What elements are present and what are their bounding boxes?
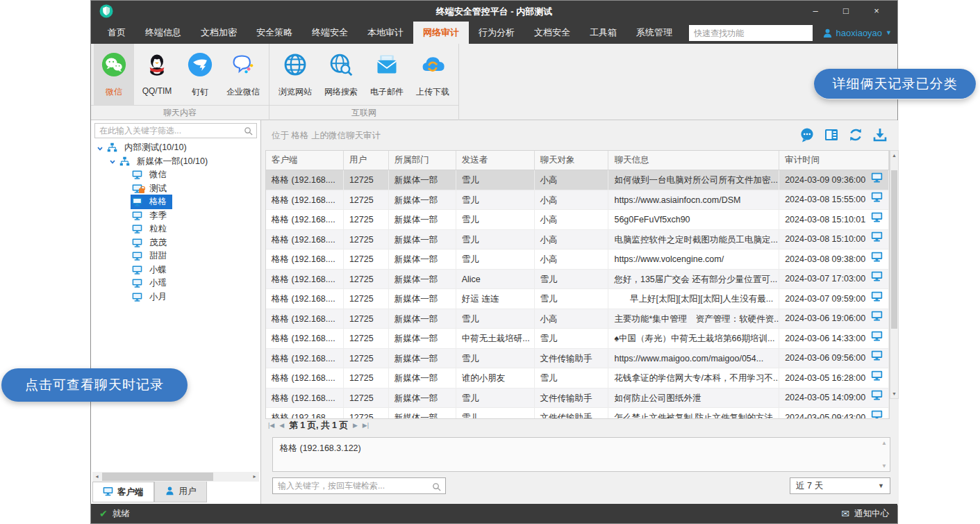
tree-node-内部测试(10/10)[interactable]: 内部测试(10/10) [91, 141, 260, 155]
maximize-button[interactable]: □ [831, 1, 861, 22]
view-screen-monitor-icon[interactable] [871, 289, 883, 309]
first-page-icon[interactable]: |◀ [268, 422, 274, 429]
tree-horizontal-scrollbar[interactable]: ◂ ▸ [92, 472, 259, 482]
user-menu[interactable]: haoxiaoyao ▼ [822, 22, 892, 44]
refresh-icon[interactable] [848, 127, 863, 142]
column-header-7[interactable]: 审计时间 [779, 151, 889, 170]
tree-node-甜甜[interactable]: 甜甜 [91, 249, 260, 263]
nav-tab-10[interactable]: 工具箱 [580, 22, 626, 44]
scrollbar-thumb[interactable] [891, 170, 897, 329]
view-screen-monitor-icon[interactable] [871, 230, 883, 249]
tree-node-小瑶[interactable]: 小瑶 [91, 277, 260, 290]
nav-tab-4[interactable]: 安全策略 [247, 22, 302, 44]
scroll-up-icon[interactable]: ▲ [881, 440, 887, 446]
close-button[interactable]: × [861, 1, 892, 22]
chat-audit-icon[interactable] [799, 127, 815, 142]
nav-tab-7[interactable]: 网络审计 [413, 22, 469, 44]
cell: 雪儿 [456, 349, 535, 368]
next-page-icon[interactable]: ▶ [353, 422, 358, 429]
table-row[interactable]: 格格 (192.168....12725新媒体一部雪儿小高如何做到一台电脑对所公… [266, 170, 889, 190]
tool-email[interactable]: 电子邮件 [364, 44, 410, 105]
nav-tab-9[interactable]: 文档安全 [524, 22, 580, 44]
nav-tab-8[interactable]: 行为分析 [469, 22, 524, 44]
column-header-5[interactable]: 聊天对象 [535, 151, 609, 170]
cell: 2024-03-07 17:03:00 [779, 270, 889, 289]
minimize-button[interactable]: – [800, 1, 831, 22]
tree-node-微信[interactable]: 微信 [91, 168, 260, 182]
chevron-down-icon[interactable] [97, 145, 103, 152]
chevron-down-icon[interactable] [109, 158, 116, 165]
tree-node-小月[interactable]: 小月 [91, 290, 260, 304]
tool-web-search[interactable]: 网络搜索 [318, 44, 364, 105]
cell: 怎么禁止文件被复制 防止文件复制的方法 [608, 408, 779, 418]
tree-node-格格[interactable]: 格格 [91, 195, 260, 209]
view-screen-monitor-icon[interactable] [871, 170, 883, 190]
table-row[interactable]: 格格 (192.168....12725新媒体一部雪儿小高https://www… [266, 190, 889, 211]
scrollbar-thumb[interactable] [102, 473, 213, 481]
view-screen-monitor-icon[interactable] [871, 309, 883, 329]
nav-tab-1[interactable]: 首页 [98, 22, 135, 44]
table-row[interactable]: 格格 (192.168....12725新媒体一部雪儿文件传输助手https:/… [266, 349, 889, 369]
notification-center[interactable]: ✉ 通知中心 [841, 508, 889, 520]
view-screen-monitor-icon[interactable] [871, 249, 883, 269]
tool-dingtalk[interactable]: 钉钉 [180, 44, 220, 105]
table-row[interactable]: 格格 (192.168....12725新媒体一部雪儿小高https://www… [266, 249, 889, 270]
table-row[interactable]: 格格 (192.168....12725新媒体一部雪儿小高电脑监控软件之定时截图… [266, 230, 889, 250]
scroll-up-icon[interactable]: ▲ [890, 153, 898, 158]
scroll-right-icon[interactable]: ▸ [250, 472, 259, 482]
tool-cloud-transfer[interactable]: 上传下载 [410, 44, 456, 105]
view-screen-monitor-icon[interactable] [871, 190, 883, 210]
monitor-icon [132, 292, 142, 302]
tree-node-新媒体一部(10/10)[interactable]: 新媒体一部(10/10) [91, 155, 260, 169]
table-row[interactable]: 格格 (192.168....12725新媒体一部好运 连连雪儿早上好[太阳][… [266, 289, 889, 309]
nav-tab-5[interactable]: 终端安全 [302, 22, 358, 44]
table-row[interactable]: 格格 (192.168....12725新媒体一部谁的小朋友雪儿花钱拿证的学信网… [266, 368, 889, 388]
tool-browse-web[interactable]: 浏览网站 [272, 44, 318, 105]
table-row[interactable]: 格格 (192.168....12725新媒体一部雪儿小高56g0FeFuVf5… [266, 210, 889, 230]
wecom-icon [231, 52, 256, 80]
view-screen-monitor-icon[interactable] [871, 210, 883, 229]
column-header-3[interactable]: 所属部门 [389, 151, 456, 170]
view-screen-monitor-icon[interactable] [871, 408, 883, 418]
tool-wechat[interactable]: 微信 [94, 44, 134, 105]
tree-filter-input[interactable] [94, 123, 257, 138]
quick-search-input[interactable] [689, 25, 813, 41]
nav-tab-11[interactable]: 系统管理 [626, 22, 682, 44]
view-screen-monitor-icon[interactable] [871, 388, 883, 408]
nav-tab-3[interactable]: 文档加密 [191, 22, 247, 44]
last-page-icon[interactable]: ▶| [363, 422, 369, 429]
table-row[interactable]: 格格 (192.168....12725新媒体一部Alice雪儿您好，135届广… [266, 270, 889, 290]
view-screen-monitor-icon[interactable] [871, 270, 883, 289]
tool-qq[interactable]: QQ/TIM [134, 44, 180, 105]
nav-tab-6[interactable]: 本地审计 [358, 22, 413, 44]
keyword-search-input[interactable] [272, 477, 446, 494]
prev-page-icon[interactable]: ◀ [279, 422, 284, 429]
column-settings-icon[interactable] [824, 127, 839, 142]
tree-node-粒粒[interactable]: 粒粒 [91, 222, 260, 236]
table-vertical-scrollbar[interactable]: ▲ ▼ [890, 150, 899, 399]
column-header-6[interactable]: 聊天信息 [608, 151, 779, 170]
view-screen-monitor-icon[interactable] [871, 349, 883, 368]
tree-node-李季[interactable]: 李季 [91, 209, 260, 223]
tree-node-小蝶[interactable]: 小蝶 [91, 263, 260, 277]
table-row[interactable]: 格格 (192.168....12725新媒体一部雪儿文件传输助手如何防止公司图… [266, 388, 889, 409]
column-header-4[interactable]: 发送者 [456, 151, 535, 170]
tree-node-测试[interactable]: 测试 [91, 182, 260, 196]
tool-wecom[interactable]: 企业微信 [220, 44, 266, 105]
table-row[interactable]: 格格 (192.168....12725新媒体一部中荷无土栽培研...雪儿♠中国… [266, 329, 889, 349]
tree-node-茂茂[interactable]: 茂茂 [91, 236, 260, 250]
date-range-select[interactable]: 近 7 天 ▼ [790, 477, 890, 494]
side-tab-客户端[interactable]: 客户端 [92, 482, 154, 502]
nav-tab-2[interactable]: 终端信息 [135, 22, 191, 44]
view-screen-monitor-icon[interactable] [871, 368, 883, 388]
column-header-1[interactable]: 客户端 [266, 151, 344, 170]
table-row[interactable]: 格格 (192.168....12725新媒体一部雪儿小高主要功能*集中管理 资… [266, 309, 889, 329]
scroll-down-icon[interactable]: ▼ [881, 463, 887, 469]
side-tab-用户[interactable]: 用户 [154, 482, 207, 502]
table-row[interactable]: 格格 (192.16812725新媒体一部雪儿文件传输助手怎么禁止文件被复制 防… [266, 408, 889, 418]
view-screen-monitor-icon[interactable] [871, 329, 883, 348]
scroll-down-icon[interactable]: ▼ [890, 391, 898, 396]
export-download-icon[interactable] [872, 127, 888, 142]
column-header-2[interactable]: 用户 [344, 151, 389, 170]
scroll-left-icon[interactable]: ◂ [92, 472, 101, 482]
